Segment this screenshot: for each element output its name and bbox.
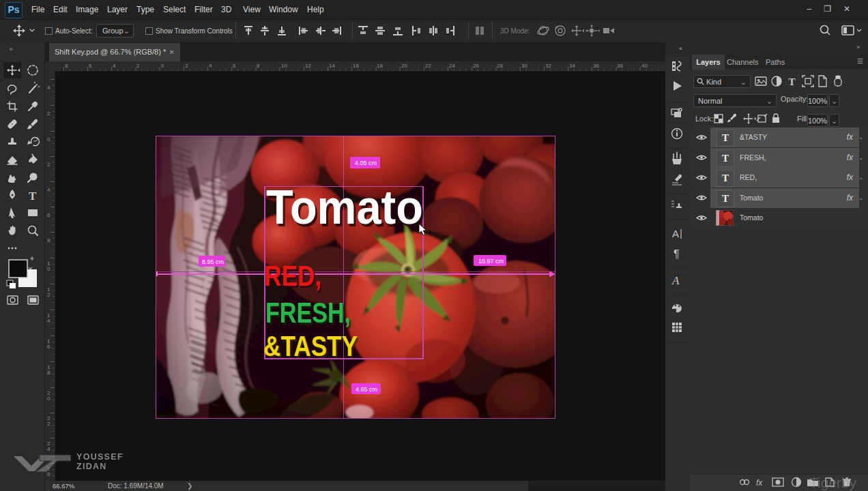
svg-text:A: A bbox=[671, 274, 680, 287]
svg-text:2: 2 bbox=[47, 162, 50, 168]
svg-text:T: T bbox=[789, 76, 796, 87]
svg-text:4: 4 bbox=[113, 63, 116, 69]
svg-text:12: 12 bbox=[305, 63, 311, 69]
svg-text:4: 4 bbox=[47, 318, 50, 324]
svg-text:«: « bbox=[679, 45, 682, 52]
svg-text:20: 20 bbox=[401, 63, 407, 69]
svg-text:8: 8 bbox=[47, 370, 50, 376]
svg-text:A: A bbox=[672, 228, 679, 239]
svg-text:8: 8 bbox=[65, 63, 68, 69]
svg-text:6: 6 bbox=[233, 63, 236, 69]
svg-text:2: 2 bbox=[47, 421, 50, 427]
svg-text:28: 28 bbox=[497, 63, 503, 69]
svg-text:4: 4 bbox=[47, 187, 50, 193]
svg-text:24: 24 bbox=[449, 63, 455, 69]
svg-text:2: 2 bbox=[136, 63, 140, 69]
svg-text:0: 0 bbox=[47, 136, 50, 143]
svg-text:¶: ¶ bbox=[674, 248, 680, 260]
svg-text:4: 4 bbox=[209, 63, 212, 69]
svg-text:RED,: RED, bbox=[264, 260, 321, 292]
svg-text:16: 16 bbox=[353, 63, 359, 69]
svg-text:T: T bbox=[29, 190, 37, 203]
svg-text:26: 26 bbox=[473, 63, 479, 69]
svg-text:0: 0 bbox=[161, 63, 164, 69]
svg-text:4.05 cm: 4.05 cm bbox=[355, 160, 377, 166]
svg-text:6: 6 bbox=[47, 344, 50, 350]
svg-text:4: 4 bbox=[47, 446, 50, 452]
svg-text:6: 6 bbox=[89, 63, 92, 69]
svg-text:8: 8 bbox=[47, 237, 50, 243]
svg-text:«: « bbox=[10, 46, 13, 53]
svg-text:fx: fx bbox=[756, 478, 763, 488]
svg-text:10: 10 bbox=[281, 63, 287, 69]
svg-text:0: 0 bbox=[47, 396, 50, 402]
svg-text:18: 18 bbox=[377, 63, 383, 69]
svg-text:40: 40 bbox=[641, 63, 648, 69]
svg-text:32: 32 bbox=[545, 63, 551, 69]
svg-text:FRESH,: FRESH, bbox=[265, 297, 351, 329]
svg-text:10.97 cm: 10.97 cm bbox=[478, 258, 504, 265]
svg-text:8: 8 bbox=[257, 63, 260, 69]
svg-text:6: 6 bbox=[47, 212, 50, 218]
svg-text:34: 34 bbox=[569, 63, 575, 69]
svg-text:22: 22 bbox=[425, 63, 431, 69]
svg-text:Tomato: Tomato bbox=[266, 180, 423, 234]
svg-text:38: 38 bbox=[617, 63, 623, 69]
svg-text:30: 30 bbox=[521, 63, 527, 69]
svg-text:4: 4 bbox=[47, 85, 50, 91]
svg-text:2: 2 bbox=[47, 292, 50, 298]
svg-text:8.95 cm: 8.95 cm bbox=[202, 258, 224, 265]
svg-text:36: 36 bbox=[593, 63, 599, 69]
svg-text:4.65 cm: 4.65 cm bbox=[356, 386, 377, 393]
svg-text:14: 14 bbox=[329, 63, 335, 69]
svg-text:0: 0 bbox=[47, 266, 50, 272]
svg-text:2: 2 bbox=[185, 63, 188, 69]
svg-text:&TASTY: &TASTY bbox=[263, 330, 358, 362]
svg-text:2: 2 bbox=[47, 110, 50, 117]
